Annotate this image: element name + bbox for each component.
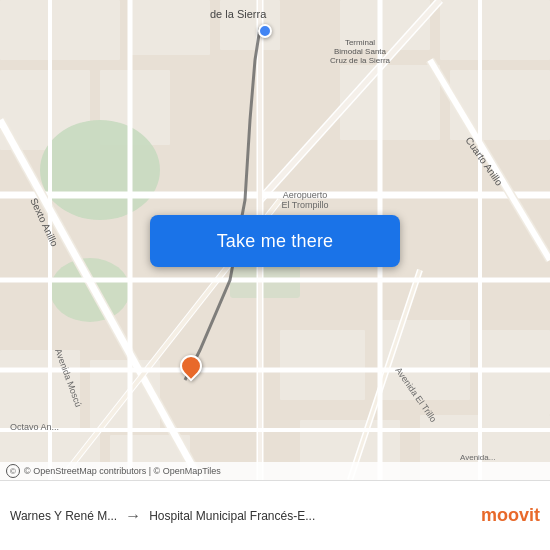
svg-rect-12: [340, 65, 440, 140]
svg-rect-9: [440, 0, 550, 60]
svg-text:El Trompillo: El Trompillo: [281, 200, 328, 210]
destination-marker: [180, 355, 202, 383]
svg-text:Aeropuerto: Aeropuerto: [283, 190, 328, 200]
origin-marker: [258, 24, 272, 38]
svg-rect-19: [280, 330, 365, 400]
copyright-icon: ©: [6, 464, 20, 478]
take-me-there-button[interactable]: Take me there: [150, 215, 400, 267]
svg-point-14: [40, 120, 160, 220]
svg-text:Bimodal Santa: Bimodal Santa: [334, 47, 387, 56]
attribution-text: © OpenStreetMap contributors | © OpenMap…: [24, 466, 221, 476]
svg-rect-20: [380, 320, 470, 400]
moovit-brand-text: moovit: [481, 505, 540, 526]
origin-label: Warnes Y René M...: [10, 509, 117, 523]
route-info: Warnes Y René M... → Hospital Municipal …: [0, 505, 550, 526]
bottom-navigation-bar: Warnes Y René M... → Hospital Municipal …: [0, 480, 550, 550]
arrow-icon: →: [125, 507, 141, 525]
svg-rect-6: [130, 0, 210, 55]
svg-text:Cruz de la Sierra: Cruz de la Sierra: [330, 56, 391, 65]
destination-label: Hospital Municipal Francés-E...: [149, 509, 473, 523]
svg-text:de la Sierra: de la Sierra: [210, 8, 267, 20]
svg-text:Octavo An...: Octavo An...: [10, 422, 59, 432]
svg-text:Avenida...: Avenida...: [460, 453, 495, 462]
moovit-logo: moovit: [481, 505, 540, 526]
svg-rect-13: [450, 70, 550, 140]
map-container: de la Sierra Terminal Bimodal Santa Cruz…: [0, 0, 550, 480]
svg-rect-5: [0, 0, 120, 60]
svg-text:Terminal: Terminal: [345, 38, 375, 47]
map-attribution: © © OpenStreetMap contributors | © OpenM…: [0, 462, 550, 480]
